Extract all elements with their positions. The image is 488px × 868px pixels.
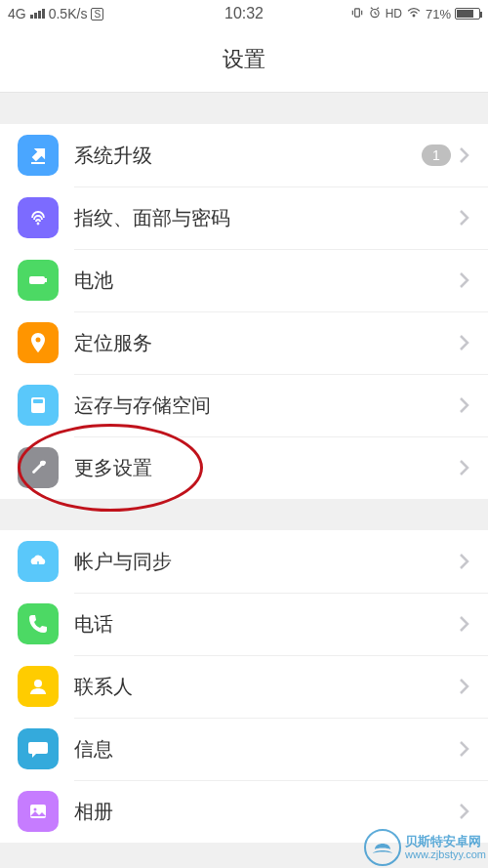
watermark-logo-icon [364,829,401,866]
status-left: 4G 0.5K/s S [8,6,103,21]
status-bar: 4G 0.5K/s S 10:32 HD 71% [0,0,488,27]
svg-point-13 [36,338,41,343]
chevron-right-icon [459,271,470,289]
settings-group-2: 帐户与同步 电话 联系人 信息 相册 [0,530,488,843]
svg-point-16 [34,680,42,687]
row-contacts[interactable]: 联系人 [0,655,488,718]
row-label: 电话 [74,611,459,638]
row-label: 更多设置 [74,455,459,481]
chevron-right-icon [459,334,470,351]
chevron-right-icon [459,553,470,570]
chevron-right-icon [459,803,470,820]
vibrate-icon [350,6,364,22]
fingerprint-icon [18,197,59,238]
battery-icon [455,8,480,20]
row-battery[interactable]: 电池 [0,249,488,311]
svg-point-18 [34,808,37,811]
storage-icon [18,385,59,426]
chevron-right-icon [459,459,470,476]
svg-line-6 [371,7,373,8]
row-label: 运存与存储空间 [74,393,459,419]
row-label: 系统升级 [74,143,422,169]
chevron-right-icon [459,146,470,164]
row-system-update[interactable]: 系统升级 1 [0,124,488,186]
location-icon [18,322,59,363]
contacts-icon [18,666,59,707]
phone-icon [18,603,59,644]
row-label: 帐户与同步 [74,549,459,575]
chevron-right-icon [459,396,470,414]
row-account-sync[interactable]: 帐户与同步 [0,530,488,593]
row-label: 指纹、面部与密码 [74,205,459,231]
network-type: 4G [8,6,26,21]
svg-point-8 [413,15,415,17]
row-storage[interactable]: 运存与存储空间 [0,374,488,436]
settings-group-1: 系统升级 1 指纹、面部与密码 电池 定位服务 运存与存储空间 [0,124,488,499]
row-messages[interactable]: 信息 [0,718,488,780]
wifi-icon [406,6,422,22]
svg-rect-0 [354,8,359,16]
alarm-icon [368,6,382,22]
svg-line-7 [377,7,379,8]
row-location[interactable]: 定位服务 [0,311,488,374]
battery-pct: 71% [426,7,451,21]
svg-point-10 [38,224,39,225]
watermark-url: www.zjbstyy.com [405,848,486,860]
gallery-icon [18,791,59,832]
page-title: 设置 [0,27,488,93]
svg-rect-12 [45,278,47,282]
row-fingerprint[interactable]: 指纹、面部与密码 [0,186,488,249]
status-time: 10:32 [224,5,264,22]
chevron-right-icon [459,209,470,227]
update-badge: 1 [422,145,451,166]
svg-rect-11 [29,276,45,284]
row-phone[interactable]: 电话 [0,593,488,655]
sim-indicator: S [91,8,103,21]
cloud-sync-icon [18,541,59,582]
messages-icon [18,728,59,769]
svg-rect-9 [31,162,45,164]
wrench-icon [18,447,59,488]
chevron-right-icon [459,740,470,758]
system-update-icon [18,135,59,176]
row-label: 联系人 [74,674,459,700]
svg-line-5 [375,13,377,14]
watermark: 贝斯特安卓网 www.zjbstyy.com [364,829,486,866]
hd-indicator: HD [386,7,402,21]
svg-rect-15 [33,399,43,403]
watermark-title: 贝斯特安卓网 [405,835,486,848]
network-speed: 0.5K/s [49,6,88,21]
chevron-right-icon [459,678,470,695]
row-label: 电池 [74,268,459,294]
row-more-settings[interactable]: 更多设置 [0,436,488,499]
status-right: HD 71% [350,6,480,22]
row-label: 定位服务 [74,330,459,356]
battery-setting-icon [18,260,59,301]
signal-icon [30,9,45,19]
row-label: 信息 [74,736,459,763]
chevron-right-icon [459,615,470,633]
row-label: 相册 [74,799,459,825]
